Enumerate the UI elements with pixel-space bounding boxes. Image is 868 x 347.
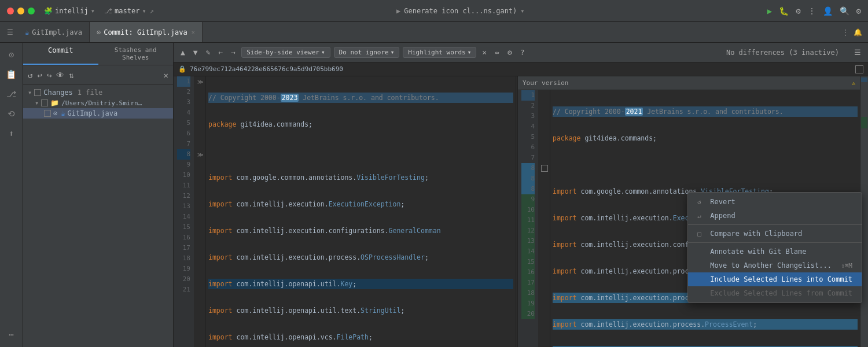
chevron-down-icon5: ▾	[391, 49, 395, 56]
hash-checkbox[interactable]	[855, 65, 863, 73]
run-config-icon[interactable]: ⚙	[796, 6, 800, 16]
more-icon2[interactable]: ⋯	[6, 327, 16, 342]
push-icon[interactable]: ⬆	[6, 126, 16, 141]
redo-icon[interactable]: ↪	[46, 69, 53, 81]
avatar-icon[interactable]: 👤	[823, 6, 833, 16]
tab-bar: ☰ ☕ GitImpl.java ⊙ Commit: GitImpl.java …	[0, 22, 868, 43]
project-name: intellij	[55, 7, 89, 15]
highlight-label: Highlight words	[408, 49, 465, 56]
up-down-icon[interactable]: ⇅	[68, 69, 75, 81]
chevron-down-icon6: ▾	[468, 49, 472, 56]
ctx-annotate[interactable]: Annotate with Git Blame	[688, 245, 862, 259]
file-checkbox[interactable]	[44, 110, 51, 117]
left-line-numbers: 1 2 3 4 5 6 7 8 9 10 11 12 13	[174, 76, 194, 347]
close-tab-icon[interactable]: ✕	[192, 29, 195, 35]
sidebar-toolbar: ↺ ↩ ↪ 👁 ⇅ ✕	[23, 65, 173, 85]
file-tree: ▾ Changes 1 file ▾ 📁 /Users/Dmitriy.Smir…	[23, 85, 173, 347]
nav-next-icon[interactable]: ▼	[191, 47, 200, 58]
highlight-selector[interactable]: Highlight words ▾	[403, 47, 476, 58]
right-line-numbers: 1 2 3 4 5 6 7 8 8 8 9 10 11	[518, 90, 539, 347]
folder-checkbox[interactable]	[41, 99, 48, 106]
right-panel-header: Your version ⚠	[518, 76, 860, 90]
branch-title[interactable]: ⎇ master ▾ ↗	[104, 7, 154, 15]
minimize-button[interactable]	[17, 8, 24, 14]
lock-icon: 🔒	[178, 65, 186, 73]
chevron-down-icon: ▾	[91, 7, 95, 15]
ctx-revert[interactable]: ↺ Revert	[688, 195, 862, 209]
close-sidebar-icon[interactable]: ✕	[163, 69, 170, 81]
run-icon: ▶	[396, 7, 400, 15]
ignore-label: Do not ignore	[339, 49, 389, 56]
chevron-down-icon2: ▾	[142, 7, 146, 15]
changes-icon[interactable]: 📋	[3, 67, 19, 82]
edit-icon[interactable]: ✎	[204, 47, 213, 58]
compare-icon: □	[697, 230, 705, 238]
revert-label: Revert	[710, 198, 735, 206]
tab-gitimpl[interactable]: ☕ GitImpl.java	[18, 22, 90, 42]
context-menu: ↺ Revert ↵ Append □ Compare with Clipboa…	[687, 192, 862, 303]
compare-label: Compare with Clipboard	[710, 230, 802, 238]
maximize-button[interactable]	[28, 8, 35, 14]
more-tabs-icon[interactable]: ⋮	[842, 28, 849, 36]
revert-icon: ↺	[697, 198, 705, 206]
nav-back-icon[interactable]: ←	[216, 47, 225, 58]
tree-expand-icon: ▾	[28, 88, 32, 97]
tree-expand-icon2: ▾	[35, 99, 39, 107]
left-code: // Copyright 2000-2023 JetBrains s.r.o. …	[206, 76, 516, 347]
expand-icon[interactable]: ⇔	[492, 47, 502, 58]
viewer-label: Side-by-side viewer	[247, 49, 319, 56]
changes-checkbox[interactable]	[34, 89, 41, 96]
run-config-area: ▶ Generate icon cl...ns.gant) ▾	[159, 7, 763, 15]
nav-forward-icon[interactable]: →	[229, 47, 238, 58]
settings-icon[interactable]: ⚙	[856, 6, 861, 16]
debug-icon[interactable]: 🐛	[779, 6, 789, 16]
ignore-selector[interactable]: Do not ignore ▾	[334, 47, 400, 58]
branch-name: master	[115, 7, 139, 15]
no-diff-banner: No differences (3 inactive)	[722, 49, 844, 57]
undo-icon[interactable]: ↩	[36, 69, 43, 81]
refresh-icon[interactable]: ↺	[27, 69, 34, 81]
search-icon[interactable]: 🔍	[840, 6, 849, 16]
ctx-include-lines[interactable]: Include Selected Lines into Commit	[688, 272, 862, 286]
commit-sidebar-icon[interactable]: ⊙	[6, 47, 16, 62]
notification-icon[interactable]: 🔔	[854, 28, 862, 36]
close-button[interactable]	[7, 8, 14, 14]
sidebar-tab-commit[interactable]: Commit	[23, 43, 98, 65]
eye-icon[interactable]: 👁	[55, 69, 65, 81]
ctx-compare[interactable]: □ Compare with Clipboard	[688, 227, 862, 241]
title-bar: 🧩 intellij ▾ ⎇ master ▾ ↗ ▶ Generate ico…	[0, 0, 868, 22]
title-right-icons: ▶ 🐛 ⚙ ⋮ 👤 🔍 ⚙	[767, 6, 861, 16]
branches-icon[interactable]: ⎇	[4, 87, 19, 102]
commit-icon: ⊙	[97, 28, 101, 36]
sidebar-tab-stashes[interactable]: Stashes and Shelves	[98, 43, 174, 65]
ctx-move-changelist[interactable]: Move to Another Changelist... ⇧⌘M	[688, 259, 862, 272]
help-icon[interactable]: ?	[518, 47, 527, 58]
merge-icon[interactable]: ⟲	[5, 106, 17, 121]
project-title[interactable]: 🧩 intellij ▾	[44, 7, 95, 15]
changes-root[interactable]: ▾ Changes 1 file	[23, 87, 173, 98]
diff-settings-icon[interactable]: ⚙	[505, 47, 514, 58]
diff-area: ▲ ▼ ✎ ← → Side-by-side viewer ▾ Do not i…	[174, 43, 868, 347]
branch-icon: ⎇	[104, 7, 112, 15]
folder-path: /Users/Dmitriy.Smirnov/IDEA/in	[61, 99, 142, 107]
ctx-append[interactable]: ↵ Append	[688, 209, 862, 223]
move-shortcut: ⇧⌘M	[841, 262, 852, 270]
sidebar-toggle[interactable]: ☰	[2, 22, 18, 42]
project-icon: 🧩	[44, 7, 53, 15]
file-icon: ⊙	[53, 109, 57, 117]
viewer-selector[interactable]: Side-by-side viewer ▾	[241, 47, 330, 58]
left-panel-content[interactable]: 1 2 3 4 5 6 7 8 9 10 11 12 13	[174, 76, 516, 347]
nav-prev-icon[interactable]: ▲	[178, 47, 187, 58]
file-item-gitimpl[interactable]: ⊙ ☕ GitImpl.java	[23, 108, 173, 119]
line-checkbox[interactable]	[541, 165, 548, 172]
folder-item[interactable]: ▾ 📁 /Users/Dmitriy.Smirnov/IDEA/in	[23, 98, 173, 108]
play-icon[interactable]: ▶	[767, 6, 772, 16]
more-icon[interactable]: ⋮	[808, 6, 816, 16]
right-panel-icon[interactable]: ☰	[852, 47, 863, 58]
close-diff-icon[interactable]: ✕	[480, 47, 489, 58]
tab-label2: Commit: GitImpl.java	[104, 28, 187, 36]
hash-value: 76e799ec712a464228e665676c9a5d9d705bb690	[190, 65, 343, 73]
chevron-down-icon4: ▾	[321, 49, 325, 56]
tab-commit-gitimpl[interactable]: ⊙ Commit: GitImpl.java ✕	[90, 22, 203, 42]
include-label: Include Selected Lines into Commit	[710, 275, 852, 283]
